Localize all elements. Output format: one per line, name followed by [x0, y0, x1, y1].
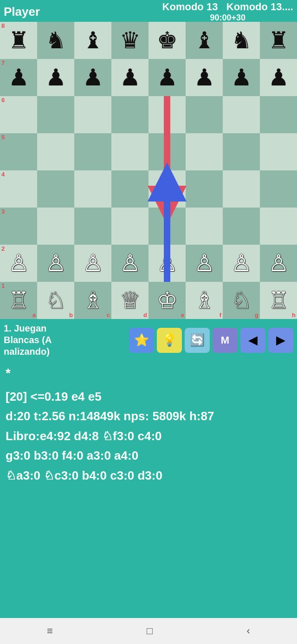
chess-board[interactable]: 8♜♞♝♛♚♝♞♜7♟♟♟♟♟♟♟♟65432♙♙♙♙♙♙♙♙1a♖b♘c♗d♕…: [0, 22, 297, 319]
square-a2[interactable]: 2♙: [0, 245, 37, 282]
square-h5[interactable]: [260, 133, 297, 170]
square-g6[interactable]: [223, 96, 260, 133]
back-button[interactable]: ◀: [240, 328, 265, 353]
forward-button[interactable]: ▶: [268, 328, 293, 353]
piece-a2: ♙: [8, 252, 29, 275]
piece-d2: ♙: [120, 252, 141, 275]
square-g1[interactable]: g♘: [223, 282, 260, 319]
menu-icon[interactable]: ≡: [47, 625, 53, 637]
square-d6[interactable]: [111, 96, 148, 133]
square-h4[interactable]: [260, 170, 297, 208]
square-h3[interactable]: [260, 208, 297, 245]
square-d5[interactable]: [111, 133, 148, 170]
piece-b8: ♞: [45, 29, 66, 52]
square-e6[interactable]: [148, 96, 186, 133]
square-f5[interactable]: [186, 133, 223, 170]
square-b1[interactable]: b♘: [37, 282, 74, 319]
toolbar: 1. Juegan Blancas (A nalizando) ⭐ 💡 🔄 M …: [0, 319, 297, 361]
square-b8[interactable]: ♞: [37, 22, 74, 59]
square-h6[interactable]: [260, 96, 297, 133]
square-f1[interactable]: f♗: [186, 282, 223, 319]
square-d4[interactable]: [111, 170, 148, 208]
piece-h8: ♜: [268, 29, 289, 52]
square-c4[interactable]: [74, 170, 111, 208]
square-e4[interactable]: [148, 170, 186, 208]
piece-b1: ♘: [45, 289, 66, 312]
square-g5[interactable]: [223, 133, 260, 170]
square-g3[interactable]: [223, 208, 260, 245]
board-container[interactable]: 8♜♞♝♛♚♝♞♜7♟♟♟♟♟♟♟♟65432♙♙♙♙♙♙♙♙1a♖b♘c♗d♕…: [0, 22, 297, 319]
square-a1[interactable]: 1a♖: [0, 282, 37, 319]
piece-e1: ♔: [157, 289, 178, 312]
square-c3[interactable]: [74, 208, 111, 245]
square-c8[interactable]: ♝: [74, 22, 111, 59]
square-g4[interactable]: [223, 170, 260, 208]
square-d3[interactable]: [111, 208, 148, 245]
square-a5[interactable]: 5: [0, 133, 37, 170]
square-f8[interactable]: ♝: [186, 22, 223, 59]
square-c5[interactable]: [74, 133, 111, 170]
square-b6[interactable]: [37, 96, 74, 133]
piece-f7: ♟: [194, 66, 215, 89]
square-f6[interactable]: [186, 96, 223, 133]
square-e8[interactable]: ♚: [148, 22, 186, 59]
back-nav-icon[interactable]: ‹: [247, 625, 250, 637]
analysis-line-0: [20] <=0.19 e4 e5: [6, 388, 291, 405]
piece-b7: ♟: [45, 66, 66, 89]
square-a7[interactable]: 7♟: [0, 59, 37, 96]
file-label-e: e: [181, 312, 184, 318]
square-g2[interactable]: ♙: [223, 245, 260, 282]
square-h8[interactable]: ♜: [260, 22, 297, 59]
refresh-button[interactable]: 🔄: [185, 328, 210, 353]
square-e3[interactable]: [148, 208, 186, 245]
square-h2[interactable]: ♙: [260, 245, 297, 282]
square-a6[interactable]: 6: [0, 96, 37, 133]
piece-f8: ♝: [194, 29, 215, 52]
square-e1[interactable]: e♔: [148, 282, 186, 319]
square-f3[interactable]: [186, 208, 223, 245]
header: Player Komodo 13 Komodo 13.... 90:00+30: [0, 0, 297, 22]
time-control: 90:00+30: [162, 13, 293, 23]
piece-b2: ♙: [45, 252, 66, 275]
square-d7[interactable]: ♟: [111, 59, 148, 96]
square-f7[interactable]: ♟: [186, 59, 223, 96]
square-g8[interactable]: ♞: [223, 22, 260, 59]
square-d2[interactable]: ♙: [111, 245, 148, 282]
engine-info: Komodo 13 Komodo 13.... 90:00+30: [162, 1, 293, 23]
square-h7[interactable]: ♟: [260, 59, 297, 96]
rank-label-2: 2: [1, 246, 5, 252]
engine1-label: Komodo 13: [162, 1, 218, 13]
rank-label-3: 3: [1, 208, 5, 215]
square-e2[interactable]: ♙: [148, 245, 186, 282]
square-c1[interactable]: c♗: [74, 282, 111, 319]
square-b4[interactable]: [37, 170, 74, 208]
square-c2[interactable]: ♙: [74, 245, 111, 282]
square-c7[interactable]: ♟: [74, 59, 111, 96]
square-c6[interactable]: [74, 96, 111, 133]
square-e7[interactable]: ♟: [148, 59, 186, 96]
square-a4[interactable]: 4: [0, 170, 37, 208]
square-d8[interactable]: ♛: [111, 22, 148, 59]
m-button[interactable]: M: [213, 328, 238, 353]
square-g7[interactable]: ♟: [223, 59, 260, 96]
bottom-nav: ≡ □ ‹: [0, 618, 297, 644]
piece-g1: ♘: [231, 289, 252, 312]
square-f4[interactable]: [186, 170, 223, 208]
bulb-button[interactable]: 💡: [157, 328, 182, 353]
square-b5[interactable]: [37, 133, 74, 170]
square-b3[interactable]: [37, 208, 74, 245]
square-d1[interactable]: d♕: [111, 282, 148, 319]
square-b2[interactable]: ♙: [37, 245, 74, 282]
rank-label-7: 7: [1, 60, 5, 66]
star-button[interactable]: ⭐: [129, 328, 154, 353]
home-icon[interactable]: □: [147, 625, 153, 637]
square-a8[interactable]: 8♜: [0, 22, 37, 59]
piece-e8: ♚: [157, 29, 178, 52]
square-b7[interactable]: ♟: [37, 59, 74, 96]
square-a3[interactable]: 3: [0, 208, 37, 245]
square-f2[interactable]: ♙: [186, 245, 223, 282]
asterisk: *: [6, 366, 291, 381]
square-e5[interactable]: [148, 133, 186, 170]
square-h1[interactable]: h♖: [260, 282, 297, 319]
piece-a1: ♖: [8, 289, 29, 312]
